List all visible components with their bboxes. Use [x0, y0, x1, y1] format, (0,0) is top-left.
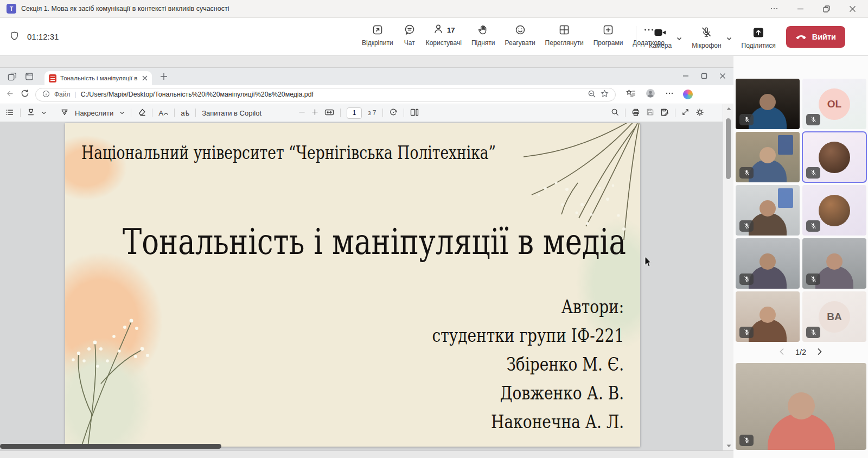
gallery-next-icon[interactable] — [817, 348, 822, 357]
horizontal-scrollbar-thumb[interactable] — [0, 444, 221, 449]
slide-university-line: Національний університет “Чернігівська П… — [81, 142, 496, 163]
participant-tile[interactable]: OL — [802, 79, 866, 129]
mic-muted-icon — [806, 220, 820, 232]
slide-authors-block: Автори: студентки групи ІФ-221 Збіренко … — [432, 292, 624, 436]
hangup-phone-icon — [795, 30, 807, 43]
participants-sidebar: OLBA 1/2 — [733, 56, 868, 458]
highlighter-chevron-icon[interactable] — [41, 109, 47, 117]
fit-width-icon[interactable] — [324, 109, 334, 118]
favorites-list-icon[interactable] — [626, 89, 636, 100]
draw-chevron-icon[interactable] — [119, 109, 125, 117]
tab-actions-icon[interactable] — [23, 70, 36, 83]
titlebar-more-button[interactable] — [765, 1, 783, 16]
leave-button[interactable]: Вийти — [786, 26, 845, 48]
avatar: OL — [819, 88, 850, 120]
participant-tile[interactable] — [802, 132, 866, 182]
participant-tile[interactable] — [802, 185, 866, 236]
participants-button[interactable]: 17 Користувачі — [422, 23, 465, 47]
slide-title: Тональність і маніпуляції в медіа — [123, 221, 583, 263]
participant-tile[interactable] — [736, 291, 800, 342]
back-icon[interactable] — [5, 89, 15, 100]
refresh-icon[interactable] — [21, 89, 29, 100]
pdf-settings-gear-icon[interactable] — [695, 108, 704, 118]
toc-icon[interactable] — [5, 108, 14, 118]
new-tab-icon[interactable] — [157, 70, 170, 83]
unpin-button[interactable]: Відкріпити — [358, 23, 397, 47]
chat-button[interactable]: Чат — [399, 23, 420, 47]
page-number-input[interactable] — [347, 107, 362, 119]
camera-button[interactable]: Камера — [645, 26, 675, 49]
browser-minimize-icon[interactable] — [682, 72, 689, 81]
scroll-up-icon[interactable] — [723, 107, 734, 110]
address-bar[interactable]: Файл | C:/Users/Марія/Desktop/Тональніст… — [35, 88, 616, 101]
draw-label[interactable]: Накреслити — [75, 109, 113, 117]
copilot-icon[interactable] — [683, 90, 693, 99]
raise-hand-icon — [477, 23, 490, 37]
mic-muted-icon — [806, 327, 820, 338]
view-grid-icon — [558, 23, 571, 37]
profile-avatar-icon[interactable] — [645, 88, 656, 101]
print-icon[interactable] — [631, 108, 640, 118]
react-button[interactable]: Реагувати — [501, 23, 539, 47]
close-button[interactable] — [843, 1, 861, 16]
participant-tile[interactable] — [802, 238, 866, 289]
view-button[interactable]: Переглянути — [541, 23, 588, 47]
read-aloud-button[interactable]: A — [158, 109, 168, 117]
eraser-icon[interactable] — [137, 108, 146, 118]
apps-button[interactable]: Програми — [590, 23, 627, 47]
participant-tile[interactable] — [736, 132, 800, 182]
info-icon[interactable] — [42, 90, 50, 99]
participant-tile[interactable]: BA — [802, 291, 866, 342]
gallery-prev-icon[interactable] — [779, 348, 784, 357]
microphone-button[interactable]: Мікрофон — [688, 26, 725, 49]
apps-plus-icon — [602, 23, 615, 37]
workspaces-icon[interactable] — [5, 70, 18, 83]
mic-muted-icon — [739, 273, 754, 285]
meeting-timer: 01:12:31 — [27, 32, 59, 41]
popout-icon — [371, 23, 384, 37]
participant-tile[interactable] — [736, 238, 800, 289]
mic-muted-icon — [806, 167, 820, 179]
participant-silhouette — [788, 392, 815, 419]
participant-tile[interactable] — [736, 185, 800, 236]
browser-tab[interactable]: Тональність і маніпуляції в мед — [44, 71, 152, 85]
save-as-icon[interactable] — [660, 108, 669, 118]
ask-copilot-button[interactable]: Запитати в Copilot — [202, 109, 261, 117]
browser-close-icon[interactable] — [719, 72, 726, 81]
mic-muted-icon — [806, 114, 820, 125]
react-smiley-icon — [514, 23, 527, 37]
share-button[interactable]: Поділитися — [738, 26, 780, 49]
microphone-chevron-icon[interactable] — [725, 26, 738, 44]
fullscreen-icon[interactable] — [681, 108, 690, 118]
zoom-in-button[interactable] — [311, 109, 318, 117]
chat-icon — [403, 23, 416, 37]
zoom-out-button[interactable] — [298, 109, 305, 117]
rotate-icon[interactable] — [389, 108, 398, 118]
pdf-vertical-scrollbar[interactable] — [723, 104, 733, 450]
search-icon[interactable] — [611, 108, 619, 118]
participant-silhouette — [760, 147, 776, 163]
highlighter-icon[interactable] — [27, 108, 35, 118]
text-tool-button[interactable]: аѣ — [181, 109, 189, 117]
page-view-icon[interactable] — [410, 108, 419, 118]
save-icon — [646, 108, 654, 118]
minimize-button[interactable] — [791, 1, 809, 16]
avatar: BA — [819, 301, 850, 333]
draw-pen-icon[interactable] — [60, 108, 69, 118]
scroll-down-icon[interactable] — [723, 444, 734, 448]
tab-close-icon[interactable] — [142, 73, 148, 83]
browser-settings-icon[interactable] — [665, 89, 674, 100]
teams-logo-icon: T — [7, 4, 16, 14]
camera-chevron-icon[interactable] — [675, 26, 688, 44]
vertical-scrollbar-thumb[interactable] — [726, 118, 731, 179]
participant-silhouette — [760, 94, 776, 110]
teams-meeting-window: T Секція 1. Мова як засіб комунікації в … — [0, 0, 868, 458]
restore-button[interactable] — [817, 1, 835, 16]
participant-tile[interactable] — [736, 79, 800, 129]
zoom-out-icon[interactable] — [588, 90, 596, 100]
favorite-star-icon[interactable] — [601, 90, 609, 99]
dried-flowers-decoration — [65, 285, 201, 447]
raise-hand-button[interactable]: Підняти — [468, 23, 499, 47]
browser-maximize-icon[interactable] — [701, 72, 707, 81]
participant-tile[interactable] — [736, 363, 866, 450]
